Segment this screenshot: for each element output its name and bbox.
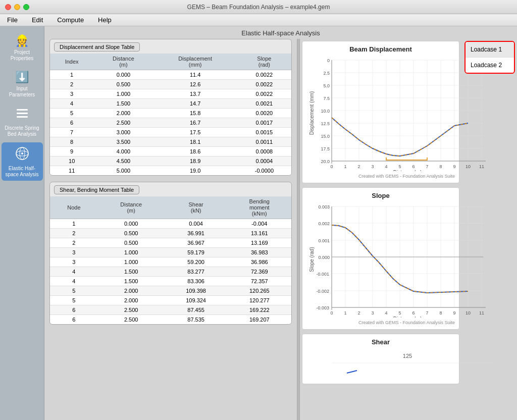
title-bar: GEMS – Beam Foundation Analysis – exampl… (0, 0, 517, 14)
svg-text:3: 3 (371, 164, 374, 169)
sidebar-item-label-elastic: Elastic Half-space Analysis (4, 166, 41, 178)
svg-text:15.0: 15.0 (321, 134, 330, 139)
svg-text:-0.002: -0.002 (316, 289, 329, 294)
svg-text:Distance (m): Distance (m) (393, 170, 422, 171)
col-dist-shear: Distance(m) (98, 196, 165, 219)
table-row: 62.50016.70.0017 (50, 118, 291, 128)
y-axis-label: Displacement (mm) (309, 91, 315, 135)
input-parameters-icon: ⬇️ (15, 71, 29, 84)
menu-compute[interactable]: Compute (54, 15, 87, 25)
svg-text:0: 0 (330, 310, 333, 316)
sidebar-item-elastic-halfspace[interactable]: Elastic Half-space Analysis (2, 142, 43, 181)
table-row: 10.0000.004-0.004 (50, 219, 291, 229)
svg-text:4: 4 (385, 164, 387, 169)
sidebar-item-label-project: Project Properties (4, 49, 41, 62)
svg-text:Distance (m): Distance (m) (393, 316, 422, 318)
svg-text:7.5: 7.5 (323, 96, 330, 101)
svg-text:2.5: 2.5 (323, 71, 330, 76)
svg-text:0: 0 (330, 164, 333, 169)
table-row: 41.50083.27772.369 (50, 267, 291, 277)
col-shear: Shear(kN) (165, 196, 228, 219)
svg-text:2: 2 (357, 164, 360, 169)
right-panel: Loadcase 1 Loadcase 2 Beam Displacement … (300, 39, 517, 420)
menu-file[interactable]: File (4, 15, 21, 25)
svg-text:1: 1 (344, 164, 346, 169)
svg-text:8: 8 (439, 310, 442, 316)
svg-text:9: 9 (453, 310, 455, 316)
svg-text:6: 6 (412, 164, 415, 169)
sidebar-item-input-parameters[interactable]: ⬇️ Input Parameters (2, 67, 43, 101)
sidebar-item-project-properties[interactable]: 👷 Project Properties (2, 30, 43, 65)
table-row: 41.50014.70.0021 (50, 99, 291, 109)
content-area: Elastic Half-space Analysis Displacement… (44, 26, 517, 420)
content-header: Elastic Half-space Analysis (44, 26, 517, 39)
window-title: GEMS – Beam Foundation Analysis – exampl… (187, 4, 330, 11)
col-node: Node (50, 196, 98, 219)
sidebar-item-discrete-spring[interactable]: Discrete Spring Bed Analysis (2, 103, 43, 140)
svg-text:8: 8 (439, 164, 442, 169)
loadcase-1[interactable]: Loadcase 1 (466, 42, 514, 58)
shear-table-section: Shear, Bending Moment Table Node Distanc… (49, 182, 292, 325)
project-properties-icon: 👷 (15, 34, 29, 47)
svg-text:11: 11 (479, 164, 484, 169)
col-bending: Bendingmoment(kNm) (228, 196, 291, 219)
shear-svg: 125 (306, 348, 493, 378)
svg-text:1: 1 (344, 310, 346, 316)
svg-text:3: 3 (371, 310, 374, 316)
table-row: 31.00059.17936.983 (50, 248, 291, 257)
loadcase-2[interactable]: Loadcase 2 (466, 58, 514, 73)
shear-title: Shear (306, 338, 455, 346)
svg-rect-0 (17, 109, 28, 111)
svg-text:10: 10 (466, 310, 471, 316)
svg-text:-0.003: -0.003 (316, 305, 329, 310)
displacement-table-section: Displacement and Slope Table Index Dista… (49, 39, 292, 176)
svg-text:9: 9 (453, 164, 455, 169)
svg-text:0.000: 0.000 (318, 255, 330, 260)
slope-credit: Created with GEMS - Foundation Analysis … (306, 320, 455, 325)
close-button[interactable] (5, 4, 11, 10)
traffic-lights[interactable] (5, 4, 29, 10)
table-row: 20.50012.60.0022 (50, 80, 291, 89)
table-row: 52.000109.324120.277 (50, 296, 291, 305)
maximize-button[interactable] (23, 4, 29, 10)
svg-text:0.003: 0.003 (318, 204, 330, 209)
table-row: 52.00015.80.0020 (50, 109, 291, 118)
svg-point-6 (21, 152, 23, 154)
col-distance: Distance(m) (93, 54, 153, 70)
elastic-halfspace-icon (15, 146, 29, 164)
svg-text:20.0: 20.0 (321, 159, 330, 164)
sidebar-item-label-input: Input Parameters (4, 86, 41, 98)
table-row: 31.00013.70.0022 (50, 89, 291, 99)
displacement-table-header: Displacement and Slope Table (54, 42, 140, 51)
table-row: 115.00019.0-0.0000 (50, 166, 291, 176)
table-row: 83.50018.10.0011 (50, 137, 291, 147)
svg-text:17.5: 17.5 (321, 146, 330, 151)
slope-svg: Slope (rad) (306, 201, 493, 318)
svg-text:2: 2 (357, 310, 360, 316)
svg-text:6: 6 (412, 310, 415, 316)
minimize-button[interactable] (14, 4, 20, 10)
left-panel: Displacement and Slope Table Index Dista… (44, 39, 297, 420)
col-index: Index (50, 54, 93, 70)
svg-text:5: 5 (398, 164, 401, 169)
svg-text:4: 4 (385, 310, 387, 316)
shear-table: Node Distance(m) Shear(kN) Bendingmoment… (50, 196, 291, 324)
table-row: 31.00059.20036.986 (50, 257, 291, 267)
table-row: 94.00018.60.0008 (50, 147, 291, 156)
table-row: 52.000109.398120.265 (50, 286, 291, 296)
svg-text:11: 11 (479, 310, 484, 316)
table-row: 73.00017.50.0015 (50, 128, 291, 137)
loadcase-panel: Loadcase 1 Loadcase 2 (464, 41, 515, 74)
menu-help[interactable]: Help (95, 15, 115, 25)
menu-edit[interactable]: Edit (29, 15, 46, 25)
table-row: 104.50018.90.0004 (50, 156, 291, 166)
table-row: 20.50036.96713.169 (50, 238, 291, 248)
table-row: 20.50036.99113.161 (50, 229, 291, 238)
svg-text:10.0: 10.0 (321, 109, 330, 114)
displacement-table: Index Distance(m) Displacement(mm) Slope… (50, 54, 291, 175)
beam-displacement-chart: Beam Displacement Displacement (mm) (302, 41, 459, 183)
table-row: 10.00011.40.0022 (50, 70, 291, 80)
svg-rect-1 (17, 113, 28, 114)
svg-text:10: 10 (466, 164, 471, 169)
sidebar-item-label-discrete: Discrete Spring Bed Analysis (4, 125, 41, 137)
